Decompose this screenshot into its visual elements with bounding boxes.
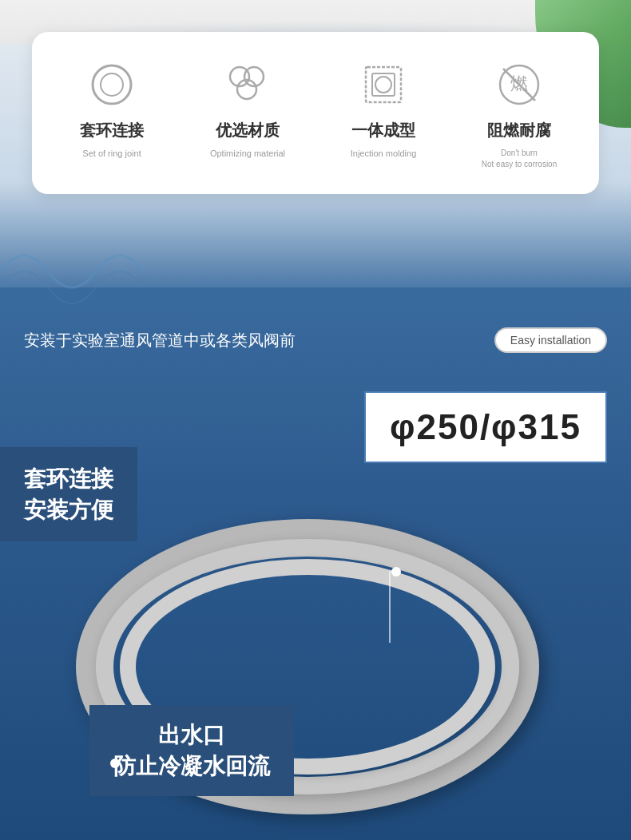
install-description: 安装于实验室通风管道中或各类风阀前 — [24, 330, 296, 351]
feature-flame: 燃 阻燃耐腐 Don't burnNot easy to corrosion — [455, 56, 583, 170]
ring-joint-icon-container — [83, 56, 141, 113]
feature-ring-joint: 套环连接 Set of ring joint — [48, 56, 176, 170]
material-icon — [224, 61, 272, 109]
feature-material: 优选材质 Optimizing material — [184, 56, 312, 170]
material-icon-container — [219, 56, 276, 113]
label-bottom-line2: 防止冷凝水回流 — [113, 751, 270, 782]
flame-title-en: Don't burnNot easy to corrosion — [482, 148, 558, 170]
spec-text: φ250/φ315 — [390, 407, 581, 447]
flame-icon-container: 燃 — [490, 56, 548, 113]
connector-dot-top — [391, 567, 401, 577]
connector-dot-left — [110, 759, 120, 768]
molding-icon — [359, 61, 407, 109]
label-box-bottom: 出水口 防止冷凝水回流 — [89, 705, 294, 796]
material-title-en: Optimizing material — [210, 148, 285, 160]
molding-icon-container — [355, 56, 412, 113]
wave-decoration — [0, 224, 160, 319]
label-box-left: 套环连接 安装方便 — [0, 447, 137, 541]
svg-point-0 — [93, 65, 131, 104]
material-title-cn: 优选材质 — [216, 120, 280, 141]
flame-icon: 燃 — [495, 61, 543, 109]
connector-line-spec — [389, 571, 391, 643]
label-left-line2: 安装方便 — [24, 494, 113, 525]
label-left-line1: 套环连接 — [24, 463, 113, 494]
easy-install-badge: Easy installation — [494, 327, 607, 353]
svg-rect-5 — [366, 67, 401, 102]
flame-title-cn: 阻燃耐腐 — [487, 120, 551, 141]
ring-icon — [88, 61, 136, 109]
spec-box: φ250/φ315 — [364, 391, 607, 463]
svg-point-1 — [101, 73, 123, 96]
svg-point-7 — [375, 77, 391, 93]
feature-grid: 套环连接 Set of ring joint 优选材质 Optimizing m… — [48, 56, 583, 170]
label-bottom-line1: 出水口 — [113, 719, 270, 751]
molding-title-en: Injection molding — [351, 148, 417, 160]
feature-molding: 一体成型 Injection molding — [319, 56, 447, 170]
ring-joint-title-cn: 套环连接 — [80, 120, 144, 141]
install-banner: 安装于实验室通风管道中或各类风阀前 Easy installation — [24, 327, 607, 353]
ring-joint-title-en: Set of ring joint — [82, 148, 141, 160]
feature-card: 套环连接 Set of ring joint 优选材质 Optimizing m… — [32, 32, 599, 194]
molding-title-cn: 一体成型 — [351, 120, 415, 141]
